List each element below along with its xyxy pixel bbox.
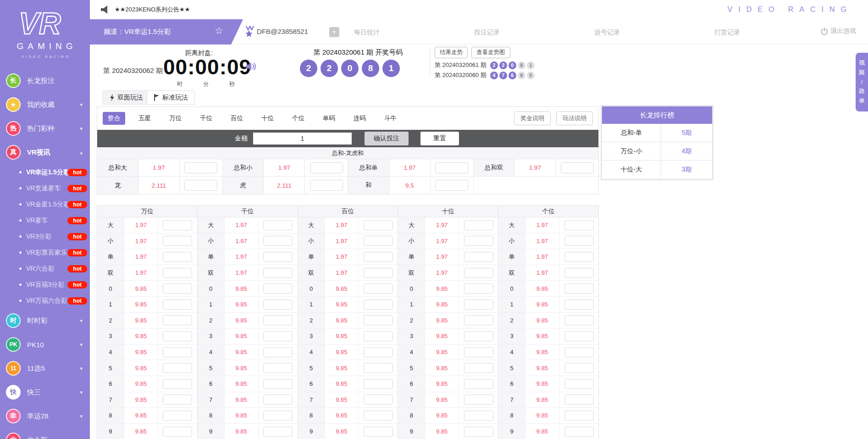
bet-amount-input[interactable] (364, 427, 393, 437)
bet-amount-input[interactable] (564, 331, 594, 341)
bet-odds[interactable]: 1.97 (325, 265, 359, 281)
bet-odds[interactable]: 9.85 (325, 313, 359, 328)
header-menu-item[interactable]: 打赏记录 (714, 28, 740, 37)
sidebar-item[interactable]: 热热门彩种▾ (0, 117, 90, 140)
bet-odds[interactable]: 1.97 (425, 233, 459, 249)
bet-amount-input[interactable] (564, 236, 594, 246)
sidebar-subitem[interactable]: VR金星1.5分彩hot (0, 196, 90, 212)
bet-odds[interactable]: 9.85 (325, 281, 359, 296)
amount-input[interactable] (253, 133, 352, 144)
user-dropdown-button[interactable]: ▼ (329, 27, 339, 37)
tab-standard-play[interactable]: 标准玩法 (147, 90, 195, 105)
bet-amount-input[interactable] (163, 315, 192, 325)
sidebar-subitem[interactable]: VR彩票百家乐hot (0, 245, 90, 261)
bet-odds[interactable]: 9.85 (124, 328, 158, 344)
bet-amount-input[interactable] (163, 283, 192, 294)
bet-amount-input[interactable] (163, 252, 192, 262)
chevron-down-icon[interactable]: ▾ (80, 102, 83, 108)
sidebar-item[interactable]: 幸幸运28▾ (0, 404, 90, 428)
bet-amount-input[interactable] (263, 268, 293, 278)
bet-odds[interactable]: 9.85 (124, 281, 158, 296)
chevron-up-icon[interactable]: ▴ (80, 150, 83, 156)
chevron-down-icon[interactable]: ▾ (80, 342, 83, 348)
bet-odds[interactable]: 1.97 (525, 265, 559, 281)
bet-odds[interactable]: 9.85 (525, 345, 559, 360)
bet-odds[interactable]: 1.97 (124, 249, 158, 265)
bet-amount-input[interactable] (364, 331, 393, 341)
chevron-down-icon[interactable]: ▾ (80, 366, 83, 372)
bet-odds[interactable]: 1.97 (525, 217, 559, 233)
subtab-十位[interactable]: 十位 (256, 112, 279, 125)
bet-amount-input[interactable] (464, 315, 493, 325)
header-menu-item[interactable]: 每日统计 (354, 28, 380, 37)
bet-odds[interactable]: 9.85 (425, 392, 459, 408)
bet-amount-input[interactable] (364, 252, 393, 262)
bet-amount-input[interactable] (263, 411, 293, 421)
bet-amount-input[interactable] (163, 331, 192, 341)
bet-amount-input[interactable] (464, 300, 493, 310)
chevron-down-icon[interactable]: ▾ (80, 413, 83, 419)
bet-amount-input[interactable] (310, 180, 343, 191)
bet-odds[interactable]: 1.97 (225, 233, 259, 249)
bet-odds[interactable]: 9.85 (124, 313, 158, 328)
bet-amount-input[interactable] (163, 236, 192, 246)
sidebar-item[interactable]: 快快三▾ (0, 380, 90, 404)
bet-odds[interactable]: 1.97 (225, 249, 259, 265)
bet-odds[interactable]: 9.85 (425, 376, 459, 392)
bet-amount-input[interactable] (184, 162, 217, 173)
bet-odds[interactable]: 9.85 (225, 345, 259, 360)
bet-amount-input[interactable] (364, 347, 393, 357)
bet-odds[interactable]: 9.85 (124, 297, 158, 312)
bet-amount-input[interactable] (263, 427, 293, 437)
bet-odds[interactable]: 9.85 (325, 328, 359, 344)
bet-amount-input[interactable] (464, 236, 493, 246)
video-roadmap-tab[interactable]: 视频/路单 (856, 53, 868, 111)
sidebar-item[interactable]: PKPK10▾ (0, 333, 90, 356)
subtab-连码[interactable]: 连码 (348, 112, 371, 125)
bet-amount-input[interactable] (163, 220, 192, 230)
subtab-百位[interactable]: 百位 (226, 112, 248, 125)
bet-odds[interactable]: 9.85 (525, 408, 559, 423)
sidebar-subitem[interactable]: VR3分彩hot (0, 228, 90, 245)
bet-odds[interactable]: 9.5 (389, 177, 431, 194)
bet-odds[interactable]: 9.85 (425, 424, 459, 439)
help-button[interactable]: 奖金说明 (514, 111, 551, 125)
bet-odds[interactable]: 1.97 (389, 159, 431, 176)
bet-amount-input[interactable] (564, 315, 594, 325)
reset-button[interactable]: 重置 (420, 132, 459, 145)
bet-odds[interactable]: 9.85 (525, 281, 559, 296)
bet-odds[interactable]: 9.85 (225, 376, 259, 392)
bet-odds[interactable]: 1.97 (124, 217, 158, 233)
sidebar-item[interactable]: ★我的收藏▾ (0, 93, 90, 117)
bet-amount-input[interactable] (464, 379, 493, 389)
tab-two-sided-play[interactable]: 双面玩法 (103, 90, 150, 105)
bet-odds[interactable]: 9.85 (425, 281, 459, 296)
subtab-斗牛[interactable]: 斗牛 (379, 112, 402, 125)
subtab-万位[interactable]: 万位 (164, 112, 187, 125)
bet-amount-input[interactable] (564, 283, 594, 294)
bet-odds[interactable]: 9.85 (124, 424, 158, 439)
bet-amount-input[interactable] (364, 220, 393, 230)
subtab-单码[interactable]: 单码 (318, 112, 340, 125)
bet-odds[interactable]: 9.85 (325, 345, 359, 360)
bet-amount-input[interactable] (163, 268, 192, 278)
bet-odds[interactable]: 9.85 (425, 360, 459, 376)
bet-amount-input[interactable] (464, 283, 493, 294)
bet-odds[interactable]: 9.85 (525, 392, 559, 408)
bet-odds[interactable]: 9.85 (225, 313, 259, 328)
bet-odds[interactable]: 9.85 (525, 376, 559, 392)
bet-odds[interactable]: 1.97 (425, 217, 459, 233)
bet-amount-input[interactable] (564, 427, 594, 437)
bet-amount-input[interactable] (263, 379, 293, 389)
bet-amount-input[interactable] (263, 236, 293, 246)
bet-amount-input[interactable] (564, 411, 594, 421)
bet-odds[interactable]: 9.85 (325, 392, 359, 408)
bet-amount-input[interactable] (364, 315, 393, 325)
sidebar-subitem[interactable]: VR六合彩hot (0, 261, 90, 277)
bet-odds[interactable]: 9.85 (425, 313, 459, 328)
bet-odds[interactable]: 1.97 (325, 233, 359, 249)
bet-amount-input[interactable] (263, 252, 293, 262)
chevron-down-icon[interactable]: ▾ (80, 437, 83, 439)
bet-odds[interactable]: 9.85 (325, 297, 359, 312)
bet-odds[interactable]: 9.85 (325, 424, 359, 439)
